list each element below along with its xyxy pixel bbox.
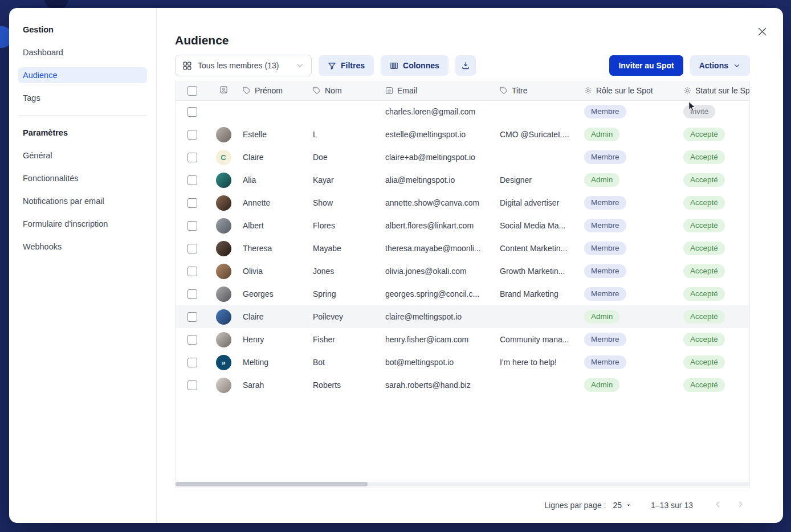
table-row[interactable]: Albert Flores albert.flores@linkart.com … (176, 214, 750, 237)
members-filter-select[interactable]: Tous les membres (13) (175, 55, 312, 76)
row-checkbox[interactable] (187, 289, 197, 299)
cell-first-name: Annette (238, 191, 308, 214)
row-checkbox[interactable] (187, 130, 197, 140)
invite-button[interactable]: Inviter au Spot (609, 55, 683, 76)
export-button[interactable] (455, 55, 476, 76)
role-badge: Admin (584, 128, 619, 141)
avatar (216, 332, 231, 347)
tag-icon (313, 87, 321, 95)
sidebar-item-notifications-par-email[interactable]: Notifications par email (18, 193, 147, 209)
horizontal-scrollbar-thumb[interactable] (176, 482, 368, 486)
row-checkbox[interactable] (187, 312, 197, 322)
select-all-checkbox[interactable] (187, 86, 197, 96)
cell-first-name: Claire (238, 146, 308, 169)
sidebar-item-tags[interactable]: Tags (18, 90, 147, 106)
role-badge: Membre (584, 264, 626, 278)
row-checkbox[interactable] (187, 198, 197, 208)
table-row[interactable]: Alia Kayar alia@meltingspot.io Designer … (176, 169, 750, 191)
avatar (216, 309, 231, 325)
cell-first-name: Alia (238, 169, 308, 191)
rows-per-page-label: Lignes par page : (544, 501, 606, 510)
actions-button[interactable]: Actions (690, 55, 750, 76)
table-row[interactable]: Sarah Roberts sarah.roberts@hand.biz Adm… (176, 374, 750, 396)
sidebar-item-dashboard[interactable]: Dashboard (18, 44, 147, 60)
chevron-down-icon (295, 61, 304, 70)
status-badge: Accepté (683, 355, 725, 369)
cell-title (495, 374, 580, 396)
role-badge: Membre (584, 333, 626, 346)
cell-first-name: Melting (238, 351, 308, 374)
sidebar-item-formulaire-d-inscription[interactable]: Formulaire d'inscription (18, 216, 147, 232)
table-row[interactable]: » Melting Bot bot@meltingspot.io I'm her… (176, 351, 750, 374)
table-row[interactable]: Annette Show annette.show@canva.com Digi… (176, 191, 750, 214)
row-checkbox[interactable] (187, 267, 197, 276)
gear-icon (683, 87, 691, 95)
role-badge: Membre (584, 196, 626, 210)
table-row[interactable]: Claire Poilevey claire@meltingspot.io Ad… (176, 305, 750, 328)
cell-email: olivia.jones@okali.com (381, 260, 495, 283)
members-table: Prénom Nom @Email Titre Rôle sur le Spot… (175, 81, 750, 488)
table-row[interactable]: Estelle L estelle@meltingspot.io CMO @Su… (176, 123, 750, 146)
sidebar-item-fonctionnalit-s[interactable]: Fonctionnalités (18, 170, 147, 186)
rows-per-page-select[interactable]: 25 (613, 501, 631, 510)
avatar (216, 378, 231, 393)
table-row[interactable]: charles.loren@gmail.com Membre Invité (176, 100, 750, 123)
column-header-title: Titre (512, 86, 527, 95)
cell-email: charles.loren@gmail.com (381, 100, 495, 123)
status-badge: Accepté (683, 287, 725, 301)
grid-icon (182, 61, 192, 71)
cell-title: Social Media Ma... (495, 214, 580, 237)
status-badge: Accepté (683, 150, 725, 164)
cell-first-name: Olivia (238, 260, 308, 283)
status-badge: Accepté (683, 242, 725, 255)
row-checkbox[interactable] (187, 175, 197, 185)
avatar: » (216, 355, 231, 370)
gear-icon (584, 87, 592, 95)
row-checkbox[interactable] (187, 221, 197, 231)
caret-down-icon (626, 502, 631, 508)
table-row[interactable]: Olivia Jones olivia.jones@okali.com Grow… (176, 260, 750, 283)
cell-title: I'm here to help! (495, 351, 580, 374)
next-page-button[interactable] (731, 496, 750, 515)
role-badge: Membre (584, 219, 626, 232)
filters-label: Filtres (341, 61, 365, 70)
cell-title: Content Marketin... (495, 237, 580, 260)
table-row[interactable]: Theresa Mayabe theresa.mayabe@moonli... … (176, 237, 750, 260)
sidebar-item-g-n-ral[interactable]: Général (18, 148, 147, 163)
sidebar-item-audience[interactable]: Audience (18, 67, 147, 83)
actions-label: Actions (699, 61, 728, 70)
cell-first-name: Theresa (238, 237, 308, 260)
cell-title (495, 100, 580, 123)
row-checkbox[interactable] (187, 335, 197, 345)
table-row[interactable]: C Claire Doe claire+ab@meltingspot.io Me… (176, 146, 750, 169)
row-checkbox[interactable] (187, 153, 197, 162)
toolbar: Tous les membres (13) Filtres Colonnes (175, 55, 750, 76)
avatar (216, 241, 231, 256)
row-checkbox[interactable] (187, 358, 197, 367)
cell-title (495, 146, 580, 169)
chevron-left-icon (713, 500, 723, 511)
row-checkbox[interactable] (187, 107, 197, 117)
close-button[interactable] (753, 24, 770, 41)
sidebar-section-heading: Paramètres (18, 128, 147, 137)
sidebar-section: Gestion Dashboard Audience Tags (18, 25, 147, 106)
svg-text:@: @ (387, 88, 391, 92)
status-badge: Accepté (683, 310, 725, 324)
filters-button[interactable]: Filtres (319, 55, 374, 76)
cell-title (495, 305, 580, 328)
cell-email: claire@meltingspot.io (381, 305, 495, 328)
prev-page-button[interactable] (708, 496, 727, 515)
cell-last-name: Poilevey (308, 305, 381, 328)
range-label: 1–13 sur 13 (651, 501, 693, 510)
table-row[interactable]: Henry Fisher henry.fisher@icam.com Commu… (176, 328, 750, 351)
sidebar-item-webhooks[interactable]: Webhooks (18, 239, 147, 255)
row-checkbox[interactable] (187, 244, 197, 253)
avatar (216, 218, 231, 234)
row-checkbox[interactable] (187, 380, 197, 390)
cell-last-name: Roberts (308, 374, 381, 396)
cell-last-name: Flores (308, 214, 381, 237)
status-badge: Accepté (683, 173, 725, 187)
column-header-role: Rôle sur le Spot (596, 86, 653, 95)
table-row[interactable]: Georges Spring georges.spring@concil.c..… (176, 283, 750, 305)
columns-button[interactable]: Colonnes (381, 55, 448, 76)
